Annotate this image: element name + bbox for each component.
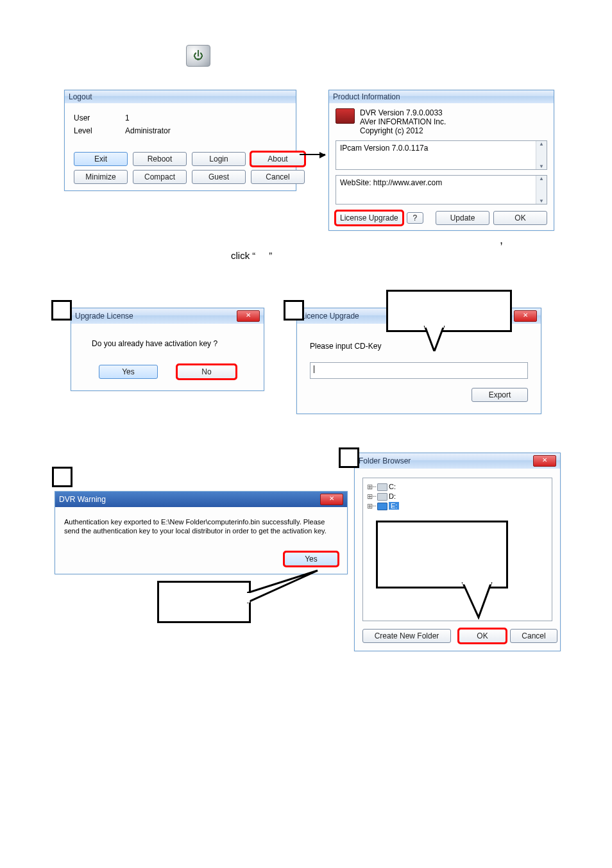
upgrade-license-titlebar: Upgrade License ✕ <box>71 308 264 324</box>
help-button[interactable]: ? <box>407 212 423 224</box>
minimize-button[interactable]: Minimize <box>74 170 128 184</box>
drive-e[interactable]: E: <box>367 501 548 511</box>
login-button[interactable]: Login <box>192 152 246 166</box>
product-info-title: Product Information <box>333 92 400 101</box>
folder-browser-titlebar: Folder Browser ✕ <box>355 453 560 469</box>
callout-box <box>157 581 251 623</box>
power-icon[interactable]: ⏻ <box>186 45 210 67</box>
license-upgrade-button[interactable]: License Upgrade <box>336 211 403 225</box>
drive-c[interactable]: C: <box>367 482 548 492</box>
yes-button[interactable]: Yes <box>284 552 338 566</box>
arrow-right-icon <box>300 154 325 155</box>
callout-pointer-icon <box>418 326 450 351</box>
product-info-titlebar: Product Information <box>329 90 554 103</box>
guest-button[interactable]: Guest <box>192 170 246 184</box>
upgrade-license-dialog: Upgrade License ✕ Do you already have ac… <box>71 308 264 391</box>
level-value: Administrator <box>125 126 171 135</box>
folder-browser-title: Folder Browser <box>359 456 411 465</box>
close-icon[interactable]: ✕ <box>533 455 556 467</box>
step-marker <box>52 467 72 487</box>
company-text: AVer INFORMATION Inc. <box>360 117 446 126</box>
export-button[interactable]: Export <box>472 388 528 402</box>
drive-d[interactable]: D: <box>367 492 548 501</box>
product-info-panel: Product Information DVR Version 7.9.0.00… <box>328 90 554 231</box>
ok-button[interactable]: OK <box>493 211 547 225</box>
logout-titlebar: Logout <box>65 90 296 103</box>
logout-title: Logout <box>69 92 92 101</box>
no-button[interactable]: No <box>177 365 236 379</box>
compact-button[interactable]: Compact <box>133 170 187 184</box>
update-button[interactable]: Update <box>436 211 489 225</box>
quote-right: ” <box>269 250 272 261</box>
dvr-version-text: DVR Version 7.9.0.0033 <box>360 108 446 117</box>
website-box: WebSite: http://www.aver.com ▲▼ <box>336 175 547 204</box>
user-value: 1 <box>125 113 130 122</box>
dvr-warning-titlebar: DVR Warning ✕ <box>55 492 347 507</box>
user-label: User <box>74 113 125 122</box>
scrollbar[interactable]: ▲▼ <box>536 176 547 204</box>
reboot-button[interactable]: Reboot <box>133 152 187 166</box>
product-logo-icon <box>336 108 355 124</box>
scrollbar[interactable]: ▲▼ <box>536 141 547 169</box>
cancel-button[interactable]: Cancel <box>510 629 557 643</box>
exit-button[interactable]: Exit <box>74 152 128 166</box>
dvr-warning-message: Authentication key exported to E:\New Fo… <box>64 517 334 535</box>
close-icon[interactable]: ✕ <box>514 310 537 322</box>
yes-button[interactable]: Yes <box>99 365 158 379</box>
ok-button[interactable]: OK <box>459 629 506 643</box>
create-new-folder-button[interactable]: Create New Folder <box>362 629 451 643</box>
ipcam-version-box: IPcam Version 7.0.0.117a ▲▼ <box>336 140 547 170</box>
close-icon[interactable]: ✕ <box>237 310 260 322</box>
close-icon[interactable]: ✕ <box>320 494 343 505</box>
cdkey-input[interactable]: | <box>310 362 528 379</box>
step-marker <box>339 447 359 468</box>
callout-pointer-icon <box>247 567 324 606</box>
callout-pointer-icon <box>459 582 498 621</box>
folder-tree[interactable]: C: D: E: <box>362 478 552 621</box>
website-text: WebSite: http://www.aver.com <box>340 178 442 187</box>
ipcam-version-text: IPcam Version 7.0.0.117a <box>340 144 428 153</box>
quote-left: “ <box>252 250 255 261</box>
dvr-warning-title: DVR Warning <box>59 495 106 504</box>
click-text: click <box>231 250 250 261</box>
dvr-warning-dialog: DVR Warning ✕ Authentication key exporte… <box>55 491 348 574</box>
upgrade-license-message: Do you already have activation key ? <box>83 339 252 348</box>
stray-comma: , <box>500 233 503 247</box>
power-glyph: ⏻ <box>193 50 203 62</box>
copyright-text: Copyright (c) 2012 <box>360 126 446 135</box>
level-label: Level <box>74 126 125 135</box>
step-marker <box>284 300 304 321</box>
folder-browser-dialog: Folder Browser ✕ C: D: E: Create New Fol <box>354 453 561 651</box>
logout-panel: Logout User 1 Level Administrator Exit R… <box>64 90 296 191</box>
callout-box <box>376 521 508 588</box>
step-marker <box>51 300 72 321</box>
licence-upgrade-title: Licence Upgrade <box>301 312 359 321</box>
upgrade-license-title: Upgrade License <box>75 312 133 321</box>
